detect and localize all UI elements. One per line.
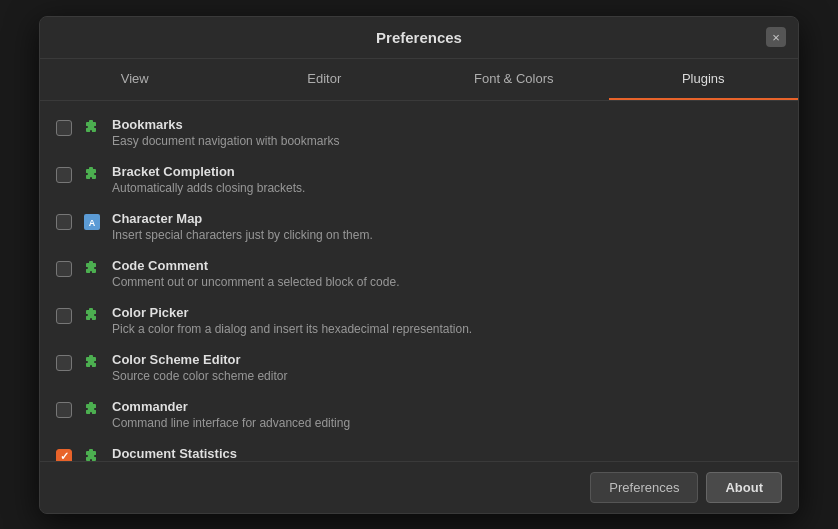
plugin-name: Code Comment: [112, 258, 782, 273]
preferences-dialog: Preferences × View Editor Font & Colors …: [39, 16, 799, 514]
plugin-checkbox[interactable]: [56, 214, 72, 230]
plugin-name: Color Scheme Editor: [112, 352, 782, 367]
plugin-description: Comment out or uncomment a selected bloc…: [112, 275, 782, 289]
tab-font-colors[interactable]: Font & Colors: [419, 59, 609, 100]
plugin-name: Color Picker: [112, 305, 782, 320]
list-item: Document StatisticsReport the number of …: [40, 438, 798, 461]
puzzle-icon: [82, 118, 102, 138]
plugin-description: Automatically adds closing brackets.: [112, 181, 782, 195]
list-item: BookmarksEasy document navigation with b…: [40, 109, 798, 156]
svg-text:A: A: [89, 218, 96, 228]
list-item: CommanderCommand line interface for adva…: [40, 391, 798, 438]
puzzle-icon: [82, 447, 102, 461]
list-item: Color Scheme EditorSource code color sch…: [40, 344, 798, 391]
plugin-description: Source code color scheme editor: [112, 369, 782, 383]
plugin-name: Bracket Completion: [112, 164, 782, 179]
list-item: Code CommentComment out or uncomment a s…: [40, 250, 798, 297]
puzzle-icon: [82, 165, 102, 185]
preferences-button[interactable]: Preferences: [590, 472, 698, 503]
list-item: Bracket CompletionAutomatically adds clo…: [40, 156, 798, 203]
plugin-description: Insert special characters just by clicki…: [112, 228, 782, 242]
char-map-icon: A: [82, 212, 102, 232]
puzzle-icon: [82, 259, 102, 279]
plugin-name: Document Statistics: [112, 446, 782, 461]
plugin-checkbox[interactable]: [56, 355, 72, 371]
plugin-name: Bookmarks: [112, 117, 782, 132]
puzzle-icon: [82, 306, 102, 326]
plugin-description: Easy document navigation with bookmarks: [112, 134, 782, 148]
close-button[interactable]: ×: [766, 27, 786, 47]
dialog-title: Preferences: [376, 29, 462, 46]
plugin-name: Commander: [112, 399, 782, 414]
tab-view[interactable]: View: [40, 59, 230, 100]
plugin-checkbox[interactable]: [56, 120, 72, 136]
puzzle-icon: [82, 400, 102, 420]
plugin-checkbox[interactable]: [56, 308, 72, 324]
tab-bar: View Editor Font & Colors Plugins: [40, 59, 798, 101]
plugin-name: Character Map: [112, 211, 782, 226]
list-item: A Character MapInsert special characters…: [40, 203, 798, 250]
about-button[interactable]: About: [706, 472, 782, 503]
tab-editor[interactable]: Editor: [230, 59, 420, 100]
footer: Preferences About: [40, 461, 798, 513]
title-bar: Preferences ×: [40, 17, 798, 59]
puzzle-icon: [82, 353, 102, 373]
tab-plugins[interactable]: Plugins: [609, 59, 799, 100]
plugin-checkbox[interactable]: [56, 261, 72, 277]
plugin-checkbox[interactable]: [56, 167, 72, 183]
plugin-checkbox[interactable]: [56, 449, 72, 461]
plugin-description: Command line interface for advanced edit…: [112, 416, 782, 430]
list-item: Color PickerPick a color from a dialog a…: [40, 297, 798, 344]
plugin-checkbox[interactable]: [56, 402, 72, 418]
plugin-list: BookmarksEasy document navigation with b…: [40, 101, 798, 461]
plugin-description: Pick a color from a dialog and insert it…: [112, 322, 782, 336]
